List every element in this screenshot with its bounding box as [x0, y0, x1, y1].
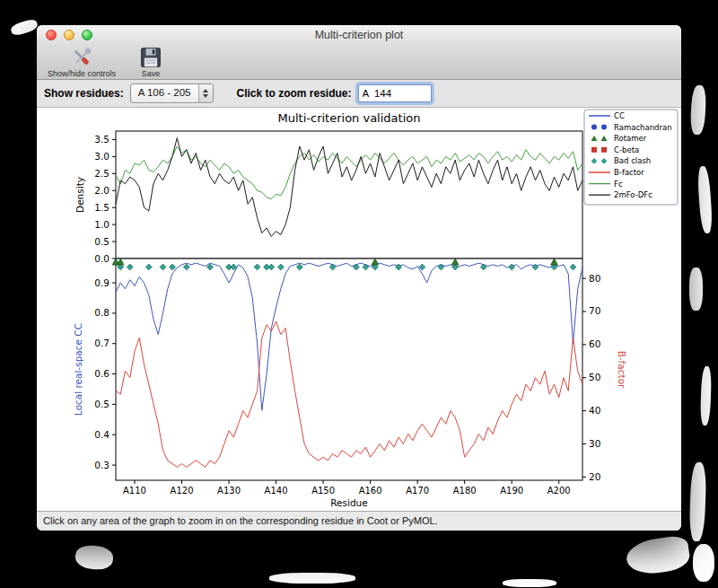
legend-label: B-factor — [614, 168, 644, 177]
zoom-residue-input[interactable] — [358, 84, 432, 102]
tick-label: 0.9 — [94, 277, 109, 288]
b-factor-axis-label: B-factor — [617, 351, 627, 389]
chart-region: Multi-criterion validation0.00.51.01.52.… — [37, 108, 681, 511]
x-tick-label: A110 — [123, 486, 146, 496]
x-tick-label: A150 — [311, 486, 335, 496]
cc-axis-label: Local real-space CC — [73, 323, 83, 416]
zoom-window-button[interactable] — [82, 30, 92, 40]
legend-circle-swatch — [601, 125, 607, 130]
tick-label: 1.0 — [94, 219, 109, 230]
density-axis-label: Density — [74, 177, 85, 213]
screen-artifact — [689, 268, 703, 311]
x-tick-label: A200 — [547, 486, 571, 496]
x-tick-label: A130 — [217, 486, 241, 496]
zoom-residue-label: Click to zoom residue: — [237, 87, 352, 100]
tick-label: 0.0 — [94, 253, 109, 264]
tick-label: 2.0 — [94, 185, 109, 196]
arrow-down-icon — [203, 94, 208, 98]
legend-label: Ramachandran — [614, 123, 672, 132]
tick-label: 3.5 — [94, 134, 109, 145]
window-title: Multi-criterion plot — [37, 25, 681, 45]
tick-label: 0.6 — [94, 368, 109, 379]
legend-label: C-beta — [614, 145, 639, 154]
legend-label: Rotamer — [614, 134, 647, 143]
x-tick-label: A120 — [171, 486, 194, 496]
x-tick-label: A160 — [359, 486, 382, 496]
tick-label: 1.5 — [94, 202, 109, 213]
tick-label: 70 — [589, 305, 600, 316]
tick-label: 0.4 — [94, 429, 109, 440]
screen-artifact — [74, 544, 114, 571]
minimize-button[interactable] — [64, 30, 74, 40]
show-residues-label: Show residues: — [44, 87, 124, 100]
residue-range-value: A 106 - 205 — [131, 84, 198, 102]
chart-title: Multi-criterion validation — [278, 111, 421, 125]
x-tick-label: A190 — [500, 486, 523, 496]
traffic-lights — [46, 30, 92, 40]
toolbar: Show/hide controls Save — [37, 45, 681, 80]
tick-label: 0.5 — [94, 399, 109, 409]
x-tick-label: A140 — [265, 486, 288, 496]
tick-label: 2.5 — [94, 168, 109, 179]
tick-label: 80 — [589, 273, 600, 284]
tool-label: Save — [142, 69, 161, 78]
tick-label: 0.8 — [94, 307, 109, 318]
save-button[interactable]: Save — [139, 46, 162, 78]
legend-label: 2mFo-DFc — [614, 190, 652, 199]
tick-label: 30 — [589, 438, 600, 449]
status-bar: Click on any area of the graph to zoom i… — [37, 511, 681, 531]
tool-label: Show/hide controls — [48, 69, 116, 78]
tick-label: 0.7 — [94, 338, 109, 348]
tick-label: 0.5 — [94, 236, 109, 247]
multi-criterion-chart[interactable]: Multi-criterion validation0.00.51.01.52.… — [37, 108, 681, 511]
tick-label: 50 — [589, 372, 600, 382]
screen-artifact — [503, 579, 556, 587]
tick-label: 3.0 — [94, 151, 109, 162]
multi-criterion-plot-window: Multi-criterion plot Show/hide controls — [37, 25, 681, 531]
screen-artifact — [688, 462, 706, 542]
tick-label: 40 — [589, 405, 600, 416]
tools-icon — [70, 46, 93, 69]
title-bar[interactable]: Multi-criterion plot — [37, 25, 681, 45]
tick-label: 60 — [589, 338, 600, 349]
desktop-background: Multi-criterion plot Show/hide controls — [0, 0, 718, 588]
x-tick-label: A180 — [453, 486, 477, 496]
stepper-arrows-icon — [198, 84, 213, 102]
close-button[interactable] — [46, 30, 57, 40]
arrow-up-icon — [203, 89, 208, 92]
screen-artifact — [690, 85, 707, 136]
legend-square-swatch — [601, 147, 607, 153]
legend-label: CC — [614, 111, 625, 120]
show-hide-controls-button[interactable]: Show/hide controls — [48, 46, 116, 78]
screen-artifact — [625, 534, 692, 576]
screen-artifact — [696, 166, 713, 234]
save-icon — [139, 46, 162, 69]
legend-square-swatch — [591, 147, 597, 153]
legend-circle-swatch — [591, 125, 597, 130]
legend-label: Bad clash — [614, 156, 651, 165]
chart-legend: CCRamachandranRotamerC-betaBad clashB-fa… — [584, 110, 678, 205]
controls-row: Show residues: A 106 - 205 Click to zoom… — [37, 80, 681, 108]
screen-artifact — [693, 544, 714, 582]
tick-label: 20 — [589, 471, 600, 482]
status-text: Click on any area of the graph to zoom i… — [43, 515, 438, 526]
screen-artifact — [269, 573, 355, 584]
screen-artifact — [10, 18, 39, 38]
residue-range-select[interactable]: A 106 - 205 — [130, 83, 214, 103]
screen-artifact — [700, 366, 712, 426]
bottom-plot-area[interactable] — [116, 259, 582, 480]
tick-label: 0.3 — [94, 460, 109, 470]
x-tick-label: A170 — [406, 486, 429, 496]
legend-label: Fc — [614, 180, 623, 189]
residue-axis-label: Residue — [330, 497, 367, 508]
